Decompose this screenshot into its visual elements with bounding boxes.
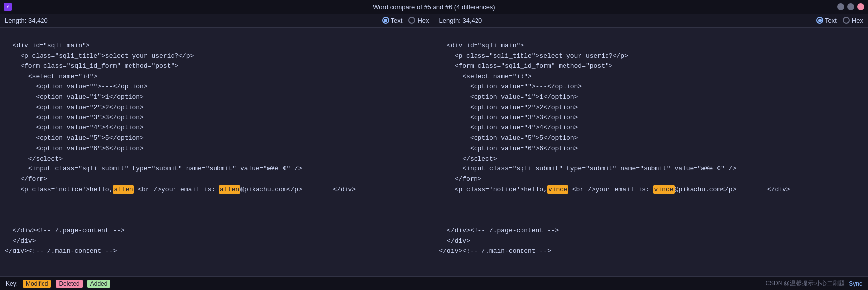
diff-highlight-allen1: allen <box>113 185 134 194</box>
minimize-button[interactable] <box>837 3 844 10</box>
right-panel-header: Length: 34,420 Text Hex <box>434 14 868 27</box>
code-line: </div><!-- /.page-content --> <box>434 226 868 236</box>
left-panel-header: Length: 34,420 Text Hex <box>0 14 434 27</box>
left-radio-hex[interactable]: Hex <box>408 17 429 24</box>
left-radio-hex-label: Hex <box>417 17 429 24</box>
left-radio-group[interactable]: Text Hex <box>382 17 429 24</box>
code-line: </select> <box>434 154 868 165</box>
app-icon: ⚡ <box>4 3 12 11</box>
code-line: <select name="id"> <box>434 72 868 82</box>
code-line: <option value="2">2</option> <box>434 103 868 113</box>
diff-highlight-allen2: allen <box>219 185 240 194</box>
code-line: <option value="1">1</option> <box>434 92 868 103</box>
maximize-button[interactable] <box>847 3 854 10</box>
code-line: <option value="5">5</option> <box>0 133 434 144</box>
code-line: <option value="6">6</option> <box>0 144 434 154</box>
legend-item-modified: Modified <box>23 280 51 288</box>
window-title: Word compare of #5 and #6 (4 differences… <box>373 3 495 11</box>
code-line: </div> <box>434 236 868 247</box>
status-right: CSDN @温馨提示:小心二刷题 Sync <box>765 279 862 288</box>
code-line <box>0 195 434 206</box>
code-line: <option value="3">3</option> <box>0 113 434 123</box>
right-radio-text-label: Text <box>825 17 837 24</box>
code-line: <p class="sqli_title">select your userid… <box>434 51 868 62</box>
diff-highlight-vince2: vince <box>653 185 675 194</box>
code-line: <input class="sqli_submit" type="submit"… <box>434 164 868 174</box>
code-line: <option value="1">1</option> <box>0 92 434 103</box>
legend-item-deleted: Deleted <box>56 280 82 288</box>
code-line <box>434 215 868 226</box>
right-radio-group[interactable]: Text Hex <box>816 17 863 24</box>
code-line: <option value="3">3</option> <box>434 113 868 123</box>
code-line: </div><!-- /.main-content --> <box>434 247 868 257</box>
left-radio-text[interactable]: Text <box>382 17 403 24</box>
right-radio-hex-label: Hex <box>852 17 863 24</box>
legend-badge-added: Added <box>87 280 111 288</box>
code-line <box>0 31 434 41</box>
right-length-label: Length: 34,420 <box>439 17 482 24</box>
code-line: <form class="sqli_id_form" method="post"… <box>0 61 434 72</box>
right-radio-hex[interactable]: Hex <box>843 17 863 24</box>
code-line: </div> <box>0 236 434 247</box>
code-line: <div id="sqli_main"> <box>0 41 434 51</box>
panels-header: Length: 34,420 Text Hex Length: 34,420 T… <box>0 14 868 28</box>
right-diff-panel[interactable]: <div id="sqli_main"> <p class="sqli_titl… <box>434 28 868 276</box>
code-line: </form> <box>434 174 868 185</box>
code-line: <input class="sqli_submit" type="submit"… <box>0 164 434 174</box>
legend: Key: Modified Deleted Added <box>6 280 110 288</box>
code-line: </div><!-- /.main-content --> <box>0 247 434 257</box>
legend-item-added: Added <box>87 280 111 288</box>
close-button[interactable] <box>857 3 864 10</box>
code-line: </div><!-- /.page-content --> <box>0 226 434 236</box>
code-line: </form> <box>0 174 434 185</box>
right-radio-text[interactable]: Text <box>816 17 837 24</box>
code-line: </select> <box>0 154 434 165</box>
code-line <box>0 215 434 226</box>
left-length-label: Length: 34,420 <box>5 17 48 24</box>
code-line <box>434 195 868 206</box>
code-line-diff: <p class='notice'>hello,allen <br />your… <box>0 185 434 195</box>
code-line: <option value="">---</option> <box>0 82 434 92</box>
code-line: <select name="id"> <box>0 72 434 82</box>
code-line: <option value="6">6</option> <box>434 144 868 154</box>
code-line-diff: <p class='notice'>hello,vince <br />your… <box>434 185 868 195</box>
title-bar: ⚡ Word compare of #5 and #6 (4 differenc… <box>0 0 868 14</box>
sync-button[interactable]: Sync <box>849 280 862 287</box>
left-radio-hex-circle[interactable] <box>408 17 415 24</box>
code-line <box>434 31 868 41</box>
right-radio-hex-circle[interactable] <box>843 17 850 24</box>
code-line <box>434 206 868 216</box>
code-line: <option value="5">5</option> <box>434 133 868 144</box>
window-controls[interactable] <box>837 3 864 10</box>
status-bar: Key: Modified Deleted Added CSDN @温馨提示:小… <box>0 276 868 290</box>
right-radio-text-circle[interactable] <box>816 17 823 24</box>
code-line: <option value="4">4</option> <box>434 123 868 133</box>
legend-key-label: Key: <box>6 280 18 287</box>
main-content: <div id="sqli_main"> <p class="sqli_titl… <box>0 28 868 276</box>
legend-badge-modified: Modified <box>23 280 51 288</box>
left-radio-text-label: Text <box>391 17 403 24</box>
left-diff-panel[interactable]: <div id="sqli_main"> <p class="sqli_titl… <box>0 28 434 276</box>
diff-highlight-vince1: vince <box>547 185 568 194</box>
code-line: <p class="sqli_title">select your userid… <box>0 51 434 62</box>
legend-badge-deleted: Deleted <box>56 280 82 288</box>
title-bar-left: ⚡ <box>4 3 12 11</box>
code-line: <option value="">---</option> <box>434 82 868 92</box>
code-line: <option value="4">4</option> <box>0 123 434 133</box>
watermark-text: CSDN @温馨提示:小心二刷题 <box>765 279 845 288</box>
code-line: <form class="sqli_id_form" method="post"… <box>434 61 868 72</box>
code-line <box>0 206 434 216</box>
code-line: <option value="2">2</option> <box>0 103 434 113</box>
code-line: <div id="sqli_main"> <box>434 41 868 51</box>
left-radio-text-circle[interactable] <box>382 17 389 24</box>
